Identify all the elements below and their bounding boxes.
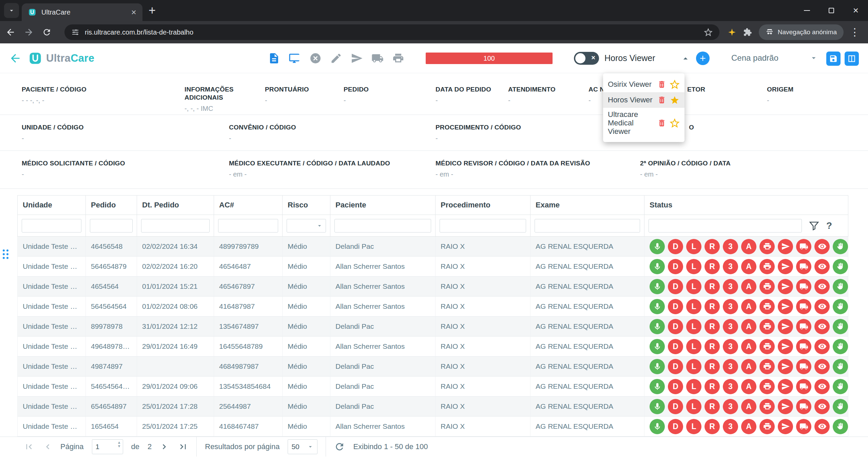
print-status-icon[interactable]: [759, 259, 775, 274]
send-status-icon[interactable]: [778, 259, 793, 274]
status-a-icon[interactable]: A: [741, 399, 756, 414]
drag-handle-icon[interactable]: [3, 249, 8, 259]
status-r-icon[interactable]: R: [705, 359, 720, 374]
viewer-option-ultracare-medical-viewer[interactable]: Ultracare Medical Viewer: [603, 108, 684, 139]
window-minimize-button[interactable]: [795, 0, 819, 21]
print-icon[interactable]: [392, 52, 404, 64]
view-status-icon[interactable]: [814, 359, 830, 374]
column-header-paciente[interactable]: Paciente: [330, 195, 436, 215]
dictation-icon[interactable]: [650, 299, 665, 314]
dictation-icon[interactable]: [650, 419, 665, 434]
filter-procedimento-input[interactable]: [440, 219, 526, 233]
new-tab-button[interactable]: +: [149, 4, 156, 17]
hand-status-icon[interactable]: [833, 319, 848, 334]
print-status-icon[interactable]: [759, 239, 775, 254]
print-status-icon[interactable]: [759, 319, 775, 334]
dictation-icon[interactable]: [650, 259, 665, 274]
print-status-icon[interactable]: [759, 379, 775, 394]
favorite-star-icon[interactable]: [670, 95, 680, 105]
send-status-icon[interactable]: [778, 379, 793, 394]
status-a-icon[interactable]: A: [741, 379, 756, 394]
favorite-star-icon[interactable]: [670, 118, 680, 128]
status-a-icon[interactable]: A: [741, 299, 756, 314]
status-3-icon[interactable]: 3: [723, 239, 738, 254]
send-status-icon[interactable]: [778, 279, 793, 294]
extensions-menu-icon[interactable]: [743, 28, 752, 37]
cancel-icon[interactable]: [309, 52, 322, 64]
status-d-icon[interactable]: D: [668, 319, 683, 334]
viewer-option-osirix-viewer[interactable]: Osirix Viewer: [603, 77, 684, 92]
send-status-icon[interactable]: [778, 339, 793, 354]
status-3-icon[interactable]: 3: [723, 299, 738, 314]
status-a-icon[interactable]: A: [741, 359, 756, 374]
status-r-icon[interactable]: R: [705, 239, 720, 254]
column-header-risco[interactable]: Risco: [283, 195, 330, 215]
window-maximize-button[interactable]: [819, 0, 844, 21]
status-l-icon[interactable]: L: [686, 259, 701, 274]
browser-reload-button[interactable]: [42, 27, 52, 37]
column-header-ac[interactable]: AC#: [214, 195, 283, 215]
send-icon[interactable]: [351, 52, 363, 64]
status-d-icon[interactable]: D: [668, 419, 683, 434]
send-status-icon[interactable]: [778, 319, 793, 334]
view-status-icon[interactable]: [814, 319, 830, 334]
column-header-unidade[interactable]: Unidade: [17, 195, 86, 215]
transport-status-icon[interactable]: [796, 279, 811, 294]
per-page-select[interactable]: 50: [288, 439, 317, 454]
hand-status-icon[interactable]: [833, 419, 848, 434]
table-row[interactable]: Unidade Teste …56456456401/02/2024 08:06…: [17, 297, 848, 317]
print-status-icon[interactable]: [759, 419, 775, 434]
status-r-icon[interactable]: R: [705, 399, 720, 414]
last-page-button[interactable]: [178, 442, 188, 452]
bookmark-icon[interactable]: [704, 28, 713, 37]
status-a-icon[interactable]: A: [741, 239, 756, 254]
table-row[interactable]: Unidade Teste …8997897831/01/2024 12:121…: [17, 317, 848, 337]
status-d-icon[interactable]: D: [668, 259, 683, 274]
hand-status-icon[interactable]: [833, 339, 848, 354]
transport-status-icon[interactable]: [796, 379, 811, 394]
transport-status-icon[interactable]: [796, 419, 811, 434]
column-header-procedimento[interactable]: Procedimento: [436, 195, 531, 215]
table-row[interactable]: Unidade Teste …498748974684987987MédioDe…: [17, 357, 848, 377]
status-a-icon[interactable]: A: [741, 279, 756, 294]
filter-funnel-icon[interactable]: [809, 220, 819, 231]
table-row[interactable]: Unidade Teste …4645654802/02/2024 16:344…: [17, 237, 848, 257]
status-3-icon[interactable]: 3: [723, 279, 738, 294]
dictation-icon[interactable]: [650, 379, 665, 394]
status-3-icon[interactable]: 3: [723, 339, 738, 354]
sign-report-icon[interactable]: [330, 52, 342, 64]
hand-status-icon[interactable]: [833, 379, 848, 394]
table-row[interactable]: Unidade Teste …56465487902/02/2024 16:20…: [17, 257, 848, 277]
hand-status-icon[interactable]: [833, 299, 848, 314]
status-3-icon[interactable]: 3: [723, 379, 738, 394]
status-d-icon[interactable]: D: [668, 239, 683, 254]
status-l-icon[interactable]: L: [686, 299, 701, 314]
status-r-icon[interactable]: R: [705, 299, 720, 314]
transport-icon[interactable]: [371, 52, 384, 64]
send-status-icon[interactable]: [778, 299, 793, 314]
filter-unidade-input[interactable]: [22, 219, 81, 233]
status-d-icon[interactable]: D: [668, 299, 683, 314]
status-r-icon[interactable]: R: [705, 279, 720, 294]
status-d-icon[interactable]: D: [668, 379, 683, 394]
first-page-button[interactable]: [24, 442, 34, 452]
view-status-icon[interactable]: [814, 279, 830, 294]
status-l-icon[interactable]: L: [686, 359, 701, 374]
favorite-star-icon[interactable]: [670, 79, 680, 89]
layout-button[interactable]: [845, 52, 859, 66]
dictation-icon[interactable]: [650, 339, 665, 354]
view-status-icon[interactable]: [814, 399, 830, 414]
delete-viewer-icon[interactable]: [657, 119, 666, 127]
save-scene-button[interactable]: [826, 52, 841, 66]
browser-tab[interactable]: UltraCare ×: [22, 3, 142, 21]
status-l-icon[interactable]: L: [686, 399, 701, 414]
table-row[interactable]: Unidade Teste …465456401/01/2024 15:2146…: [17, 277, 848, 297]
column-header-exame[interactable]: Exame: [531, 195, 644, 215]
status-d-icon[interactable]: D: [668, 279, 683, 294]
browser-menu-button[interactable]: ⋮: [850, 27, 860, 37]
table-row[interactable]: Unidade Teste …65465489725/01/2024 17:28…: [17, 397, 848, 417]
table-row[interactable]: Unidade Teste …165465425/01/2024 17:2541…: [17, 417, 848, 437]
status-r-icon[interactable]: R: [705, 339, 720, 354]
status-r-icon[interactable]: R: [705, 419, 720, 434]
browser-forward-button[interactable]: [24, 27, 34, 37]
